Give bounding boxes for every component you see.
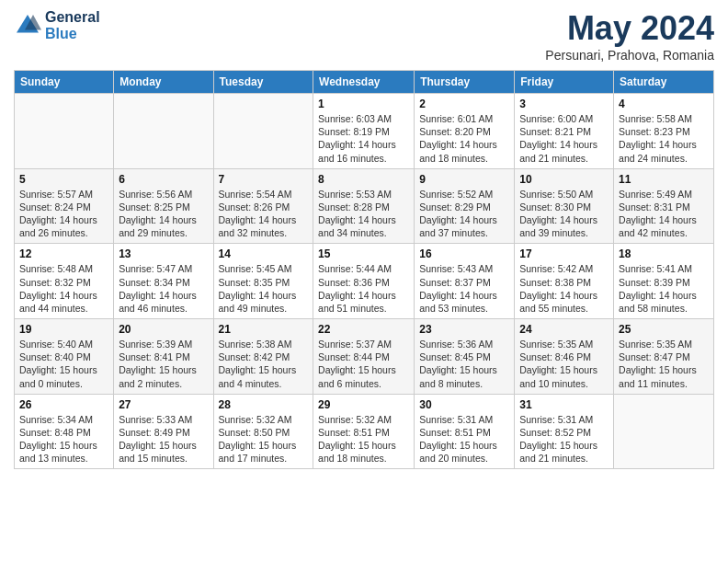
calendar-cell: 17Sunrise: 5:42 AMSunset: 8:38 PMDayligh… [515, 244, 614, 319]
day-info: Sunrise: 5:32 AMSunset: 8:50 PMDaylight:… [219, 413, 309, 465]
calendar-cell: 27Sunrise: 5:33 AMSunset: 8:49 PMDayligh… [114, 394, 213, 469]
day-info: Sunrise: 5:42 AMSunset: 8:38 PMDaylight:… [519, 262, 609, 315]
day-info: Sunrise: 5:33 AMSunset: 8:49 PMDaylight:… [119, 413, 208, 465]
day-number: 9 [419, 173, 509, 186]
day-number: 22 [318, 323, 409, 336]
day-number: 11 [619, 173, 709, 186]
day-number: 29 [318, 398, 409, 411]
calendar-cell: 4Sunrise: 5:58 AMSunset: 8:23 PMDaylight… [614, 94, 714, 169]
day-number: 27 [119, 398, 208, 411]
calendar-body: 1Sunrise: 6:03 AMSunset: 8:19 PMDaylight… [15, 94, 714, 469]
calendar-cell: 21Sunrise: 5:38 AMSunset: 8:42 PMDayligh… [213, 319, 313, 395]
day-number: 30 [419, 398, 509, 411]
calendar-header-friday: Friday [515, 71, 614, 94]
calendar-table: SundayMondayTuesdayWednesdayThursdayFrid… [14, 70, 714, 469]
calendar-header-tuesday: Tuesday [213, 71, 313, 94]
calendar-week-1: 1Sunrise: 6:03 AMSunset: 8:19 PMDaylight… [15, 94, 714, 169]
calendar-cell: 31Sunrise: 5:31 AMSunset: 8:52 PMDayligh… [515, 394, 614, 469]
calendar-cell: 20Sunrise: 5:39 AMSunset: 8:41 PMDayligh… [114, 319, 213, 395]
calendar-cell [114, 94, 213, 169]
calendar-cell: 23Sunrise: 5:36 AMSunset: 8:45 PMDayligh… [415, 319, 515, 395]
calendar-cell: 24Sunrise: 5:35 AMSunset: 8:46 PMDayligh… [515, 319, 614, 395]
day-info: Sunrise: 6:01 AMSunset: 8:20 PMDaylight:… [419, 112, 509, 165]
calendar-cell [614, 394, 714, 469]
day-info: Sunrise: 5:36 AMSunset: 8:45 PMDaylight:… [419, 338, 509, 390]
day-number: 1 [318, 98, 409, 110]
calendar-cell: 26Sunrise: 5:34 AMSunset: 8:48 PMDayligh… [15, 394, 114, 469]
calendar-header-saturday: Saturday [614, 71, 714, 94]
calendar-week-3: 12Sunrise: 5:48 AMSunset: 8:32 PMDayligh… [15, 244, 714, 319]
day-info: Sunrise: 5:53 AMSunset: 8:28 PMDaylight:… [318, 188, 409, 240]
day-info: Sunrise: 5:50 AMSunset: 8:30 PMDaylight:… [519, 188, 609, 240]
day-number: 21 [219, 323, 309, 336]
calendar-week-4: 19Sunrise: 5:40 AMSunset: 8:40 PMDayligh… [15, 319, 714, 395]
calendar-cell: 13Sunrise: 5:47 AMSunset: 8:34 PMDayligh… [114, 244, 213, 319]
calendar-cell: 14Sunrise: 5:45 AMSunset: 8:35 PMDayligh… [213, 244, 313, 319]
calendar-cell: 10Sunrise: 5:50 AMSunset: 8:30 PMDayligh… [515, 168, 614, 244]
day-info: Sunrise: 6:00 AMSunset: 8:21 PMDaylight:… [519, 112, 609, 165]
day-number: 3 [519, 98, 609, 110]
day-number: 24 [519, 323, 609, 336]
day-info: Sunrise: 5:32 AMSunset: 8:51 PMDaylight:… [318, 413, 409, 465]
logo-text-blue: Blue [45, 26, 100, 42]
day-info: Sunrise: 5:43 AMSunset: 8:37 PMDaylight:… [419, 262, 509, 315]
day-number: 18 [619, 247, 709, 260]
day-number: 16 [419, 247, 509, 260]
calendar-cell: 30Sunrise: 5:31 AMSunset: 8:51 PMDayligh… [415, 394, 515, 469]
day-info: Sunrise: 5:45 AMSunset: 8:35 PMDaylight:… [219, 262, 309, 315]
day-number: 31 [519, 398, 609, 411]
calendar-cell: 22Sunrise: 5:37 AMSunset: 8:44 PMDayligh… [313, 319, 415, 395]
day-info: Sunrise: 5:37 AMSunset: 8:44 PMDaylight:… [318, 338, 409, 390]
day-info: Sunrise: 6:03 AMSunset: 8:19 PMDaylight:… [318, 112, 409, 165]
day-info: Sunrise: 5:49 AMSunset: 8:31 PMDaylight:… [619, 188, 709, 240]
day-number: 19 [19, 323, 108, 336]
calendar-cell: 6Sunrise: 5:56 AMSunset: 8:25 PMDaylight… [114, 168, 213, 244]
calendar-header-sunday: Sunday [15, 71, 114, 94]
day-info: Sunrise: 5:35 AMSunset: 8:46 PMDaylight:… [519, 338, 609, 390]
day-info: Sunrise: 5:35 AMSunset: 8:47 PMDaylight:… [619, 338, 709, 390]
day-number: 4 [619, 98, 709, 110]
day-number: 17 [519, 247, 609, 260]
calendar-header-wednesday: Wednesday [313, 71, 415, 94]
day-info: Sunrise: 5:47 AMSunset: 8:34 PMDaylight:… [119, 262, 208, 315]
calendar-header-row: SundayMondayTuesdayWednesdayThursdayFrid… [15, 71, 714, 94]
page-header: General Blue May 2024 Persunari, Prahova… [14, 9, 714, 63]
day-info: Sunrise: 5:38 AMSunset: 8:42 PMDaylight:… [219, 338, 309, 390]
day-info: Sunrise: 5:44 AMSunset: 8:36 PMDaylight:… [318, 262, 409, 315]
day-info: Sunrise: 5:48 AMSunset: 8:32 PMDaylight:… [19, 262, 108, 315]
day-info: Sunrise: 5:58 AMSunset: 8:23 PMDaylight:… [619, 112, 709, 165]
calendar-cell: 28Sunrise: 5:32 AMSunset: 8:50 PMDayligh… [213, 394, 313, 469]
calendar-cell: 8Sunrise: 5:53 AMSunset: 8:28 PMDaylight… [313, 168, 415, 244]
calendar-cell: 1Sunrise: 6:03 AMSunset: 8:19 PMDaylight… [313, 94, 415, 169]
calendar-cell: 12Sunrise: 5:48 AMSunset: 8:32 PMDayligh… [15, 244, 114, 319]
day-number: 2 [419, 98, 509, 110]
day-number: 28 [219, 398, 309, 411]
logo-text-general: General [45, 9, 100, 26]
day-number: 5 [19, 173, 108, 186]
day-info: Sunrise: 5:31 AMSunset: 8:51 PMDaylight:… [419, 413, 509, 465]
calendar-week-2: 5Sunrise: 5:57 AMSunset: 8:24 PMDaylight… [15, 168, 714, 244]
day-number: 15 [318, 247, 409, 260]
day-number: 13 [119, 247, 208, 260]
day-info: Sunrise: 5:41 AMSunset: 8:39 PMDaylight:… [619, 262, 709, 315]
calendar-cell: 15Sunrise: 5:44 AMSunset: 8:36 PMDayligh… [313, 244, 415, 319]
location-subtitle: Persunari, Prahova, Romania [545, 48, 714, 63]
day-info: Sunrise: 5:40 AMSunset: 8:40 PMDaylight:… [19, 338, 108, 390]
day-number: 26 [19, 398, 108, 411]
day-number: 7 [219, 173, 309, 186]
logo-icon [14, 12, 41, 40]
day-number: 12 [19, 247, 108, 260]
calendar-cell: 16Sunrise: 5:43 AMSunset: 8:37 PMDayligh… [415, 244, 515, 319]
calendar-cell [213, 94, 313, 169]
day-number: 25 [619, 323, 709, 336]
logo: General Blue [14, 9, 100, 41]
calendar-cell: 3Sunrise: 6:00 AMSunset: 8:21 PMDaylight… [515, 94, 614, 169]
calendar-cell: 9Sunrise: 5:52 AMSunset: 8:29 PMDaylight… [415, 168, 515, 244]
calendar-cell: 7Sunrise: 5:54 AMSunset: 8:26 PMDaylight… [213, 168, 313, 244]
calendar-cell: 2Sunrise: 6:01 AMSunset: 8:20 PMDaylight… [415, 94, 515, 169]
day-number: 23 [419, 323, 509, 336]
calendar-cell: 29Sunrise: 5:32 AMSunset: 8:51 PMDayligh… [313, 394, 415, 469]
calendar-cell: 19Sunrise: 5:40 AMSunset: 8:40 PMDayligh… [15, 319, 114, 395]
day-info: Sunrise: 5:52 AMSunset: 8:29 PMDaylight:… [419, 188, 509, 240]
day-info: Sunrise: 5:56 AMSunset: 8:25 PMDaylight:… [119, 188, 208, 240]
